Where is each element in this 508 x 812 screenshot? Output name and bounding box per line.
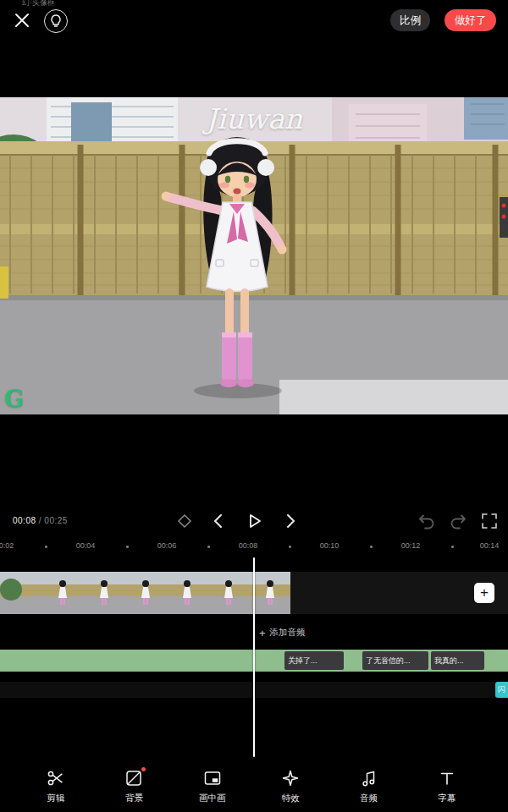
- video-preview[interactable]: Jiuwan G: [0, 97, 508, 414]
- video-thumbnail[interactable]: [124, 572, 166, 614]
- play-icon: [244, 511, 264, 531]
- tool-subtitle[interactable]: 字幕: [420, 760, 474, 811]
- notification-dot: [141, 767, 146, 771]
- video-thumbnail[interactable]: [41, 572, 83, 614]
- previous-frame-button[interactable]: [209, 511, 229, 531]
- video-thumbnail[interactable]: [166, 572, 207, 614]
- game-logo: G: [4, 386, 24, 412]
- text-icon: [437, 768, 457, 788]
- video-thumbnail[interactable]: [249, 572, 290, 614]
- total-time: / 00:25: [36, 516, 68, 525]
- plus-icon: +: [259, 627, 266, 639]
- fullscreen-button[interactable]: [479, 511, 500, 531]
- next-frame-button[interactable]: [279, 511, 300, 531]
- music-note-icon: [359, 768, 379, 788]
- video-editor-app: 幻·头像框 比例 做好了: [0, 0, 508, 812]
- game-scene-frame: [0, 97, 508, 414]
- tool-label: 画中画: [199, 793, 226, 804]
- tips-button[interactable]: [44, 9, 68, 33]
- ruler-dot: [207, 546, 210, 548]
- done-button-label: 做好了: [455, 14, 487, 28]
- tool-background[interactable]: 背景: [107, 760, 161, 811]
- subtitle-segment[interactable]: 关掉了...: [284, 651, 344, 670]
- bottom-toolbar: 剪辑 背景 画中画 特效: [0, 760, 508, 811]
- redo-icon: [448, 511, 468, 531]
- sparkle-icon: [280, 768, 301, 788]
- ruler-dot: [45, 546, 47, 548]
- tool-label: 特效: [282, 793, 300, 804]
- tool-edit[interactable]: 剪辑: [29, 760, 83, 811]
- tool-effects[interactable]: 特效: [263, 760, 318, 811]
- ruler-label: 00:12: [401, 541, 421, 550]
- ruler-dot: [451, 546, 454, 548]
- play-button[interactable]: [244, 511, 264, 531]
- scissors-icon: [46, 768, 66, 788]
- status-watermark-text: 幻·头像框: [22, 0, 55, 8]
- current-time: 00:08: [13, 516, 36, 525]
- tool-label: 剪辑: [47, 793, 65, 804]
- ruler-label: 00:08: [239, 541, 258, 550]
- ratio-button[interactable]: 比例: [390, 9, 430, 31]
- playhead: [253, 557, 255, 757]
- undo-button[interactable]: [417, 511, 437, 531]
- ruler-label: 00:14: [480, 541, 500, 550]
- picture-in-picture-icon: [202, 768, 223, 788]
- ruler-label: 00:10: [320, 541, 340, 550]
- keyframe-diamond-icon: [174, 511, 195, 531]
- tool-label: 音频: [360, 793, 378, 804]
- fullscreen-icon: [479, 511, 500, 531]
- ratio-button-label: 比例: [400, 14, 421, 28]
- redo-button[interactable]: [448, 511, 468, 531]
- close-button[interactable]: [12, 10, 32, 30]
- ruler-dot: [370, 546, 373, 548]
- effect-clip[interactable]: 闪: [495, 682, 508, 698]
- ruler-label: 00:04: [76, 541, 96, 550]
- tool-audio[interactable]: 音频: [342, 760, 396, 811]
- video-thumbnail[interactable]: [83, 572, 124, 614]
- undo-icon: [417, 511, 437, 531]
- ruler-dot: [126, 546, 129, 548]
- tool-label: 背景: [125, 793, 143, 804]
- close-icon: [12, 10, 32, 30]
- lightbulb-icon: [50, 14, 62, 28]
- subtitle-segment[interactable]: 我真的...: [431, 651, 484, 670]
- keyframe-button[interactable]: [174, 511, 195, 531]
- tool-pip[interactable]: 画中画: [185, 760, 240, 811]
- done-button[interactable]: 做好了: [444, 9, 496, 31]
- ruler-dot: [289, 546, 291, 548]
- video-thumbnail[interactable]: [207, 572, 249, 614]
- add-audio-label: 添加音频: [270, 627, 306, 639]
- timeline-ruler[interactable]: 00:02 00:04 00:06 00:08 00:10 00:12 00:1…: [0, 541, 508, 553]
- tool-label: 字幕: [438, 793, 456, 804]
- add-clip-button[interactable]: +: [474, 583, 494, 603]
- chevron-left-icon: [209, 511, 229, 531]
- chevron-right-icon: [279, 511, 300, 531]
- ruler-label: 00:02: [0, 541, 14, 550]
- watermark-text: Jiuwan: [0, 102, 508, 135]
- add-audio-button[interactable]: + 添加音频: [259, 623, 306, 642]
- video-thumbnail[interactable]: [0, 572, 41, 614]
- subtitle-segment[interactable]: 了无音信的...: [362, 651, 428, 670]
- time-display: 00:08 / 00:25: [13, 516, 68, 525]
- ruler-label: 00:06: [157, 541, 177, 550]
